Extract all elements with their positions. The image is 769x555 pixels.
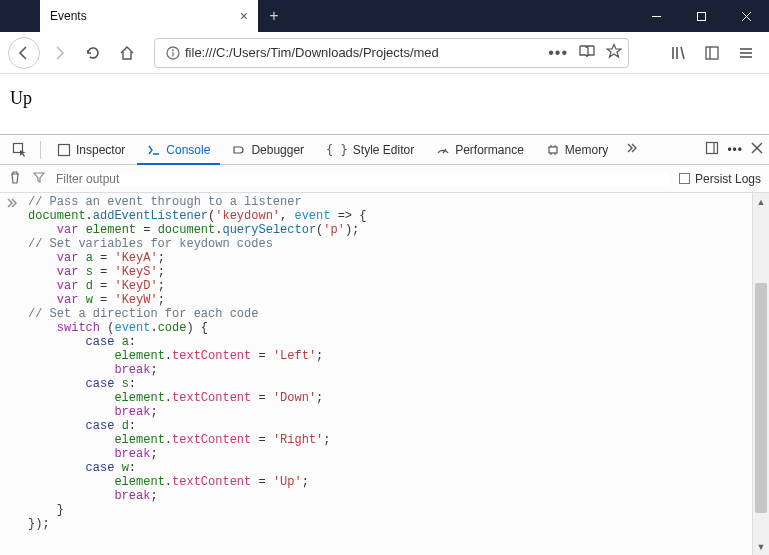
scroll-down-icon[interactable]: ▼ — [753, 538, 769, 555]
bookmark-star-icon[interactable] — [606, 43, 622, 63]
tab-console[interactable]: Console — [137, 135, 220, 165]
element-picker-icon[interactable] — [6, 142, 34, 158]
page-heading: Up — [10, 88, 32, 108]
url-bar[interactable]: ••• — [154, 38, 629, 68]
svg-rect-1 — [698, 12, 706, 20]
tab-style-editor[interactable]: { } Style Editor — [316, 135, 424, 165]
tab-close-icon[interactable]: × — [240, 8, 248, 24]
filter-input[interactable] — [56, 172, 669, 186]
console-prompt-icon — [0, 193, 28, 555]
devtools-tabbar: Inspector Console Debugger { } Style Edi… — [0, 135, 769, 165]
home-button[interactable] — [112, 38, 142, 68]
back-button[interactable] — [8, 37, 40, 69]
svg-rect-10 — [706, 47, 718, 59]
page-actions-icon[interactable]: ••• — [548, 44, 568, 62]
devtools-panel: Inspector Console Debugger { } Style Edi… — [0, 134, 769, 555]
devtools-close-icon[interactable] — [751, 142, 763, 157]
checkbox-icon — [679, 173, 690, 184]
new-tab-button[interactable]: + — [258, 0, 290, 32]
svg-rect-18 — [549, 147, 557, 153]
url-input[interactable] — [185, 45, 548, 60]
reader-mode-icon[interactable] — [578, 44, 596, 62]
window-close-button[interactable] — [724, 0, 769, 32]
app-menu-button[interactable] — [731, 38, 761, 68]
persist-logs-checkbox[interactable]: Persist Logs — [679, 172, 761, 186]
browser-tab[interactable]: Events × — [40, 0, 258, 32]
clear-console-icon[interactable] — [8, 170, 22, 187]
scroll-thumb[interactable] — [755, 283, 767, 513]
reload-button[interactable] — [78, 38, 108, 68]
svg-rect-23 — [707, 143, 718, 154]
window-minimize-button[interactable] — [634, 0, 679, 32]
console-filter-bar: Persist Logs — [0, 165, 769, 193]
tab-memory[interactable]: Memory — [536, 135, 618, 165]
tab-performance[interactable]: Performance — [426, 135, 534, 165]
page-content: Up — [0, 74, 769, 134]
filter-icon[interactable] — [32, 170, 46, 187]
window-titlebar: Events × + — [0, 0, 769, 32]
window-maximize-button[interactable] — [679, 0, 724, 32]
tabs-overflow-icon[interactable] — [620, 142, 644, 157]
svg-line-9 — [681, 47, 684, 59]
forward-button — [44, 38, 74, 68]
dock-side-icon[interactable] — [705, 141, 719, 158]
console-code[interactable]: // Pass an event through to a listener d… — [28, 193, 769, 555]
svg-point-5 — [172, 49, 174, 51]
tab-title: Events — [50, 9, 87, 23]
scroll-up-icon[interactable]: ▲ — [753, 193, 769, 210]
devtools-options-icon[interactable]: ••• — [727, 143, 743, 157]
browser-toolbar: ••• — [0, 32, 769, 74]
tab-inspector[interactable]: Inspector — [47, 135, 135, 165]
sidebar-button[interactable] — [697, 38, 727, 68]
console-scrollbar[interactable]: ▲ ▼ — [752, 193, 769, 555]
svg-rect-16 — [59, 144, 70, 155]
site-info-icon[interactable] — [161, 46, 185, 60]
library-button[interactable] — [663, 38, 693, 68]
tab-debugger[interactable]: Debugger — [222, 135, 314, 165]
console-output: // Pass an event through to a listener d… — [0, 193, 769, 555]
